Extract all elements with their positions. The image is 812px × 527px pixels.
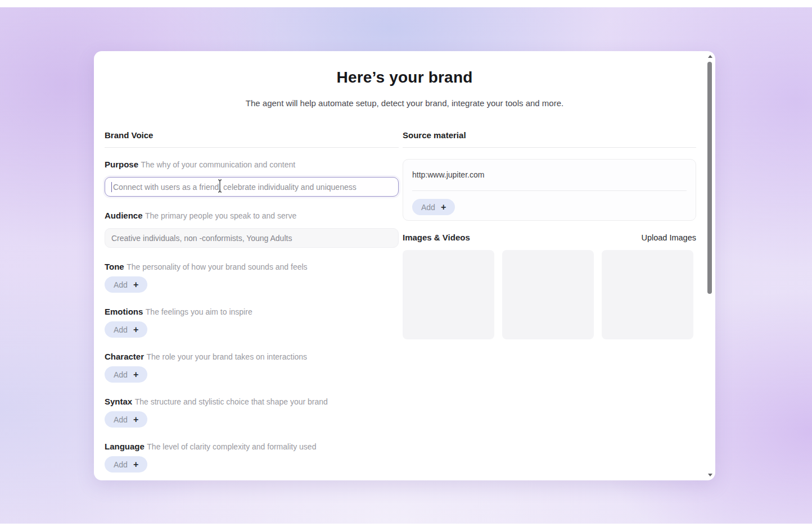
field-name: Purpose: [105, 160, 138, 169]
field-label-language: Language The level of clarity complexity…: [105, 442, 399, 452]
image-placeholder: [502, 250, 594, 339]
plus-icon: +: [441, 203, 446, 212]
field-label-emotions: Emotions The feelings you aim to inspire: [105, 307, 399, 317]
media-thumbnails: [403, 250, 696, 339]
add-emotions-button[interactable]: Add +: [105, 321, 147, 338]
field-label-purpose: Purpose The why of your communication an…: [105, 160, 399, 170]
field-label-tone: Tone The personality of how your brand s…: [105, 262, 399, 272]
add-button-label: Add: [114, 415, 128, 424]
field-name: Tone: [105, 262, 124, 271]
images-videos-header: Images & Videos Upload Images: [403, 233, 696, 242]
field-name: Character: [105, 352, 144, 361]
source-material-heading: Source material: [403, 130, 696, 148]
page-title: Here’s your brand: [94, 69, 715, 87]
card-scrollbar[interactable]: [706, 53, 714, 479]
purpose-input[interactable]: Connect with users as a friend, celebrat…: [105, 177, 399, 197]
add-button-label: Add: [421, 203, 435, 212]
field-label-audience: Audience The primary people you speak to…: [105, 211, 399, 221]
field-description: The primary people you speak to and serv…: [145, 211, 296, 220]
add-language-button[interactable]: Add +: [105, 456, 147, 473]
plus-icon: +: [133, 280, 138, 289]
field-description: The personality of how your brand sounds…: [127, 262, 307, 271]
image-placeholder: [602, 250, 693, 339]
add-character-button[interactable]: Add +: [105, 366, 147, 383]
image-placeholder: [403, 250, 494, 339]
upload-images-button[interactable]: Upload Images: [641, 233, 696, 242]
brand-setup-card: Here’s your brand The agent will help au…: [94, 51, 715, 480]
scroll-down-icon[interactable]: [708, 474, 712, 476]
field-name: Emotions: [105, 307, 143, 316]
add-button-label: Add: [114, 460, 128, 469]
add-source-button[interactable]: Add +: [412, 199, 455, 215]
field-description: The why of your communication and conten…: [141, 160, 295, 169]
purpose-input-value: Connect with users as a friend, celebrat…: [113, 183, 357, 192]
field-description: The level of clarity complexity and form…: [147, 442, 316, 451]
source-url-text: http:www.jupiter.com: [403, 160, 696, 190]
add-syntax-button[interactable]: Add +: [105, 411, 147, 428]
audience-input[interactable]: Creative individuals, non -conformists, …: [105, 228, 399, 248]
images-videos-heading: Images & Videos: [403, 233, 470, 242]
add-button-label: Add: [114, 370, 128, 379]
field-name: Language: [105, 442, 145, 451]
field-label-syntax: Syntax The structure and stylistic choic…: [105, 397, 399, 407]
audience-input-value: Creative individuals, non -conformists, …: [111, 234, 292, 243]
page-subtitle: The agent will help automate setup, dete…: [94, 98, 715, 108]
text-caret: [111, 182, 112, 192]
scrollbar-thumb[interactable]: [707, 62, 712, 294]
brand-voice-section: Brand Voice Purpose The why of your comm…: [105, 130, 399, 473]
field-name: Audience: [105, 211, 143, 220]
plus-icon: +: [133, 325, 138, 334]
add-tone-button[interactable]: Add +: [105, 276, 147, 293]
plus-icon: +: [133, 460, 138, 469]
brand-voice-heading: Brand Voice: [105, 130, 399, 148]
plus-icon: +: [133, 415, 138, 424]
field-description: The feelings you aim to inspire: [146, 307, 252, 316]
add-button-label: Add: [114, 280, 128, 289]
field-name: Syntax: [105, 397, 132, 406]
add-button-label: Add: [114, 325, 128, 334]
scroll-up-icon[interactable]: [708, 55, 712, 58]
field-description: The structure and stylistic choice that …: [135, 397, 328, 406]
content-columns: Brand Voice Purpose The why of your comm…: [105, 130, 715, 473]
plus-icon: +: [133, 370, 138, 379]
source-material-section: Source material http:www.jupiter.com Add…: [403, 130, 696, 473]
source-url-card: http:www.jupiter.com Add +: [403, 159, 696, 221]
field-label-character: Character The role your your brand takes…: [105, 352, 399, 362]
field-description: The role your your brand takes on intera…: [147, 352, 308, 361]
